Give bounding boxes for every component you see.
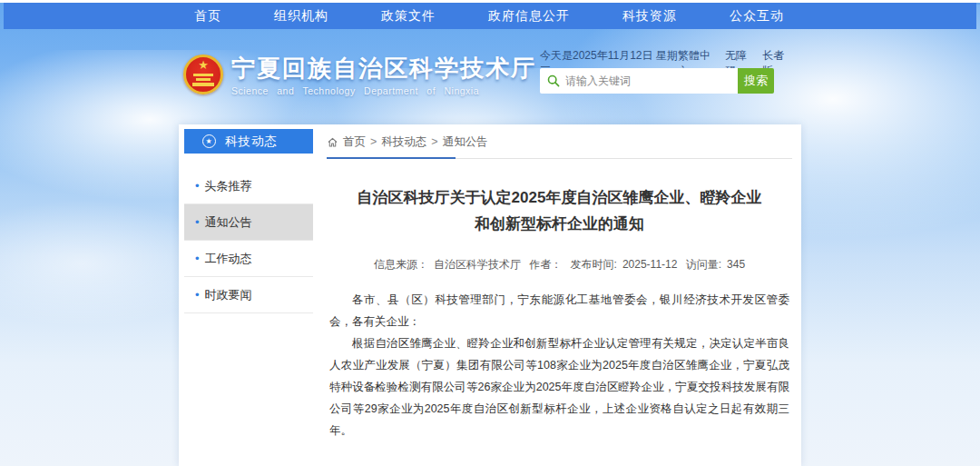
nav-item-gov-info[interactable]: 政府信息公开 bbox=[488, 8, 570, 25]
sidebar-item-label: 头条推荐 bbox=[205, 178, 252, 194]
meta-visits-value: 345 bbox=[727, 258, 745, 271]
sidebar-item-label: 工作动态 bbox=[205, 251, 252, 267]
breadcrumb: 首页 > 科技动态 > 通知公告 bbox=[327, 132, 792, 152]
breadcrumb-separator: > bbox=[370, 135, 377, 148]
sidebar-header: ★ 科技动态 bbox=[184, 129, 313, 154]
sidebar-item-political-news[interactable]: • 时政要闻 bbox=[184, 277, 313, 313]
nav-item-home[interactable]: 首页 bbox=[194, 8, 221, 25]
nav-item-organization[interactable]: 组织机构 bbox=[274, 8, 328, 25]
bullet-dot-icon: • bbox=[195, 179, 200, 193]
search-button[interactable]: 搜索 bbox=[738, 68, 774, 94]
nav-item-resources[interactable]: 科技资源 bbox=[622, 8, 677, 25]
sidebar-item-notices[interactable]: • 通知公告 bbox=[184, 204, 313, 241]
star-cycle-icon: ★ bbox=[202, 134, 216, 148]
page: 首页 组织机构 政策文件 政府信息公开 科技资源 公众互动 ★ 宁夏回族自治区科… bbox=[0, 0, 980, 466]
article-paragraph: 根据自治区雏鹰企业、瞪羚企业和创新型标杆企业认定管理有关规定，决定认定半亩良人农… bbox=[329, 332, 789, 441]
bullet-dot-icon: • bbox=[195, 215, 200, 229]
article-title: 自治区科技厅关于认定2025年度自治区雏鹰企业、瞪羚企业 和创新型标杆企业的通知 bbox=[327, 184, 792, 237]
sidebar-title: 科技动态 bbox=[225, 134, 278, 150]
sidebar-item-headlines[interactable]: • 头条推荐 bbox=[184, 168, 313, 204]
nav-item-policy[interactable]: 政策文件 bbox=[381, 8, 436, 25]
main-content-panel: ★ 科技动态 • 头条推荐 • 通知公告 • 工作动态 • 时政要闻 bbox=[179, 124, 801, 466]
meta-source-label: 信息来源： bbox=[374, 258, 428, 271]
breadcrumb-science-news[interactable]: 科技动态 bbox=[381, 134, 426, 150]
breadcrumb-notices[interactable]: 通知公告 bbox=[443, 134, 488, 150]
sidebar: ★ 科技动态 • 头条推荐 • 通知公告 • 工作动态 • 时政要闻 bbox=[184, 129, 313, 313]
nav-item-interaction[interactable]: 公众互动 bbox=[730, 8, 784, 25]
meta-author-label: 作者： bbox=[529, 258, 562, 271]
bullet-dot-icon: • bbox=[195, 252, 200, 265]
article-meta: 信息来源：自治区科学技术厅 作者： 发布时间:2025-11-12 访问量:34… bbox=[327, 257, 792, 273]
article-paragraph: 各市、县（区）科技管理部门，宁东能源化工基地管委会，银川经济技术开发区管委会，各… bbox=[329, 289, 789, 332]
sidebar-item-label: 通知公告 bbox=[205, 214, 252, 231]
site-subtitle: Science and Technology Department of Nin… bbox=[231, 85, 536, 96]
breadcrumb-home[interactable]: 首页 bbox=[343, 134, 366, 150]
sidebar-menu: • 头条推荐 • 通知公告 • 工作动态 • 时政要闻 bbox=[184, 168, 313, 313]
top-strip bbox=[0, 0, 980, 3]
search-input[interactable] bbox=[565, 74, 730, 87]
meta-time-label: 发布时间: bbox=[571, 258, 617, 271]
emblem-star-icon: ★ bbox=[198, 59, 209, 71]
site-title: 宁夏回族自治区科学技术厅 bbox=[231, 55, 536, 82]
breadcrumb-separator: > bbox=[431, 135, 437, 148]
bullet-dot-icon: • bbox=[195, 288, 200, 302]
national-emblem-logo: ★ bbox=[183, 55, 223, 94]
search-box bbox=[540, 68, 738, 94]
sidebar-item-label: 时政要闻 bbox=[205, 287, 252, 303]
meta-source-value: 自治区科学技术厅 bbox=[434, 258, 521, 271]
home-icon bbox=[327, 136, 338, 148]
top-navigation: 首页 组织机构 政策文件 政府信息公开 科技资源 公众互动 bbox=[4, 3, 976, 29]
search-bar: 搜索 bbox=[540, 68, 774, 94]
sidebar-item-work-news[interactable]: • 工作动态 bbox=[184, 241, 313, 277]
search-icon bbox=[547, 74, 560, 87]
article-body: 各市、县（区）科技管理部门，宁东能源化工基地管委会，银川经济技术开发区管委会，各… bbox=[327, 289, 792, 441]
meta-visits-label: 访问量: bbox=[686, 258, 721, 271]
breadcrumb-divider bbox=[327, 158, 792, 159]
article-area: 首页 > 科技动态 > 通知公告 自治区科技厅关于认定2025年度自治区雏鹰企业… bbox=[327, 132, 792, 466]
meta-time-value: 2025-11-12 bbox=[622, 258, 678, 271]
site-brand[interactable]: ★ 宁夏回族自治区科学技术厅 Science and Technology De… bbox=[183, 55, 536, 96]
